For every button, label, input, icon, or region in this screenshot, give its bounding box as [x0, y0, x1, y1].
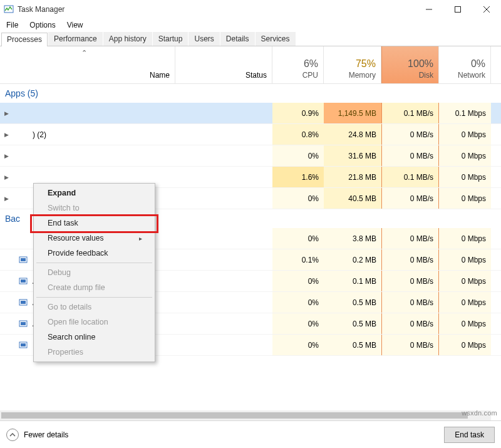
ctx-switch-to: Switch to: [35, 201, 153, 216]
fewer-details-button[interactable]: Fewer details: [6, 429, 68, 441]
process-icon: [18, 298, 29, 308]
column-headers: ⌃ Name Status 6%CPU 75%Memory 100%Disk 0…: [0, 46, 501, 84]
svg-rect-10: [21, 301, 26, 304]
minimize-button[interactable]: [415, 0, 443, 19]
close-button[interactable]: [472, 0, 501, 19]
menubar: File Options View: [0, 19, 501, 31]
ctx-expand[interactable]: Expand: [35, 185, 153, 201]
menu-options[interactable]: Options: [24, 19, 60, 31]
col-status-label: Status: [245, 71, 267, 80]
sort-arrow-icon: ⌃: [81, 49, 87, 57]
tab-app-history[interactable]: App history: [103, 32, 152, 46]
svg-rect-14: [21, 343, 26, 346]
ctx-search-online[interactable]: Search online: [35, 330, 153, 345]
process-icon: [18, 319, 29, 329]
menu-file[interactable]: File: [1, 19, 23, 31]
tab-users[interactable]: Users: [189, 32, 219, 46]
ctx-create-dump: Create dump file: [35, 280, 153, 295]
chevron-up-icon: [6, 429, 19, 441]
expand-icon[interactable]: ▶: [0, 145, 13, 166]
ctx-provide-feedback[interactable]: Provide feedback: [35, 246, 153, 261]
tab-startup[interactable]: Startup: [153, 32, 189, 46]
svg-rect-2: [455, 7, 461, 13]
col-disk[interactable]: 100%Disk: [381, 46, 439, 83]
expand-icon[interactable]: ▶: [0, 124, 13, 145]
col-status[interactable]: Status: [175, 46, 272, 83]
ctx-separator: [36, 297, 152, 298]
watermark: wsxdn.com: [462, 409, 497, 417]
group-apps[interactable]: Apps (5): [0, 84, 501, 103]
tab-processes[interactable]: Processes: [1, 33, 48, 46]
tabstrip: Processes Performance App history Startu…: [0, 31, 501, 46]
col-cpu[interactable]: 6%CPU: [272, 46, 324, 83]
task-manager-icon: [4, 4, 14, 14]
expand-icon[interactable]: ▶: [0, 167, 13, 187]
window-title: Task Manager: [18, 5, 415, 14]
end-task-button[interactable]: End task: [444, 427, 495, 443]
expand-icon[interactable]: ▶: [0, 103, 13, 123]
app-icon: [18, 130, 29, 140]
maximize-button[interactable]: [443, 0, 472, 19]
ctx-open-file-location: Open file location: [35, 315, 153, 330]
context-menu: Expand Switch to End task Resource value…: [33, 183, 155, 362]
app-icon: [18, 108, 29, 118]
svg-rect-6: [21, 258, 26, 261]
ctx-resource-values[interactable]: Resource values: [35, 231, 153, 246]
col-memory[interactable]: 75%Memory: [324, 46, 381, 83]
ctx-debug: Debug: [35, 265, 153, 280]
col-name[interactable]: Name: [0, 46, 175, 83]
process-icon: [18, 234, 29, 244]
svg-rect-8: [21, 279, 26, 283]
process-icon: [18, 276, 29, 286]
tab-details[interactable]: Details: [220, 32, 255, 46]
process-grid: ⌃ Name Status 6%CPU 75%Memory 100%Disk 0…: [0, 46, 501, 420]
col-network[interactable]: 0%Network: [439, 46, 491, 83]
footer: Fewer details End task: [0, 420, 501, 448]
menu-view[interactable]: View: [62, 19, 88, 31]
expand-icon[interactable]: ▶: [0, 188, 13, 209]
svg-rect-12: [21, 322, 26, 325]
ctx-properties: Properties: [35, 345, 153, 360]
ctx-separator: [36, 263, 152, 263]
col-name-label: Name: [150, 71, 170, 80]
titlebar: Task Manager: [0, 0, 501, 19]
horizontal-scrollbar[interactable]: [0, 410, 491, 420]
ctx-go-to-details: Go to details: [35, 300, 153, 315]
table-row[interactable]: ▶ 0.9% 1,149.5 MB 0.1 MB/s 0.1 Mbps: [0, 103, 501, 124]
table-row[interactable]: ▶ 0% 31.6 MB 0 MB/s 0 Mbps: [0, 145, 501, 167]
tab-performance[interactable]: Performance: [48, 32, 103, 46]
process-icon: [18, 255, 29, 265]
fewer-details-label: Fewer details: [24, 430, 68, 439]
process-icon: [18, 340, 29, 350]
tab-services[interactable]: Services: [256, 32, 296, 46]
ctx-end-task[interactable]: End task: [35, 216, 153, 231]
table-row[interactable]: ▶ ) (2) 0.8% 24.8 MB 0 MB/s 0 Mbps: [0, 124, 501, 145]
